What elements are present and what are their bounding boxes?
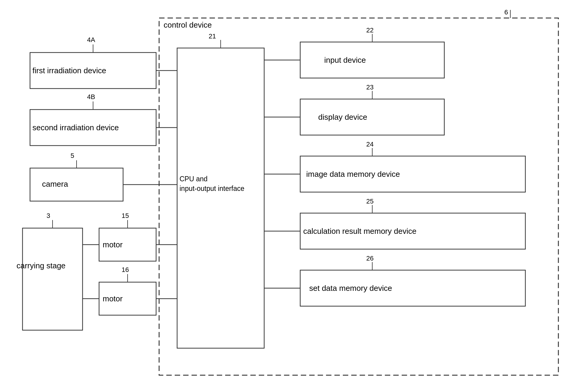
control-device-label: control device — [164, 20, 212, 30]
ref-3: 3 — [47, 212, 50, 220]
motor1-label: motor — [103, 240, 122, 249]
diagram: 21 4A 4B 5 3 15 16 6 22 23 24 25 26 cont… — [0, 0, 583, 392]
ref-25: 25 — [366, 198, 373, 205]
set-data-memory-label: set data memory device — [309, 284, 392, 293]
cpu-label: CPU andinput-output interface — [180, 174, 244, 193]
ref-26: 26 — [366, 255, 373, 262]
image-memory-label: image data memory device — [306, 170, 400, 179]
ref-4a: 4A — [87, 36, 95, 44]
ref-22: 22 — [366, 26, 373, 34]
motor2-label: motor — [103, 294, 122, 303]
ref-24: 24 — [366, 140, 373, 148]
ref-6: 6 — [504, 8, 508, 16]
second-irradiation-label: second irradiation device — [32, 123, 119, 132]
ref-4b: 4B — [87, 93, 95, 101]
ref-21: 21 — [209, 32, 216, 40]
carrying-stage-label: carrying stage — [17, 261, 65, 270]
svg-rect-8 — [300, 42, 444, 78]
svg-rect-0 — [159, 18, 558, 375]
display-device-label: display device — [318, 113, 367, 122]
ref-15: 15 — [122, 212, 129, 220]
ref-23: 23 — [366, 83, 373, 91]
ref-16: 16 — [122, 266, 129, 274]
svg-rect-7 — [177, 48, 264, 348]
first-irradiation-label: first irradiation device — [32, 66, 106, 75]
ref-5: 5 — [71, 152, 74, 160]
diagram-svg — [0, 0, 583, 392]
svg-rect-4 — [23, 228, 83, 330]
input-device-label: input device — [324, 56, 366, 65]
camera-label: camera — [42, 179, 68, 189]
calc-memory-label: calculation result memory device — [303, 227, 416, 236]
